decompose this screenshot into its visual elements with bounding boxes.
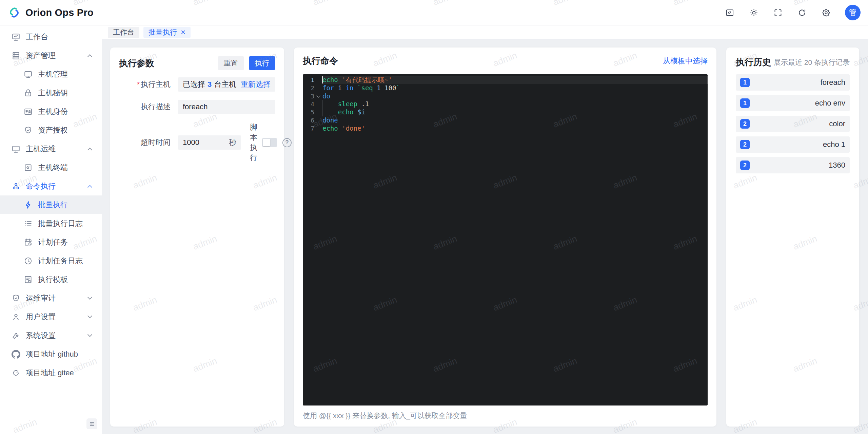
timeout-input[interactable] [183, 138, 229, 147]
host-label: *执行主机 [119, 79, 171, 90]
tab-close-icon[interactable]: × [181, 28, 185, 36]
history-item[interactable]: 2echo 1 [736, 136, 850, 153]
sidebar-item-label: 资产管理 [26, 51, 56, 61]
refresh-icon[interactable] [797, 7, 807, 18]
sidebar-item-github[interactable]: 项目地址 github [0, 345, 102, 363]
log-icon [24, 219, 33, 228]
code-text: for i in `seq 1 100` [322, 84, 708, 92]
exec-icon [12, 182, 20, 191]
settings-icon[interactable] [821, 7, 831, 18]
code-line: 1echo '有代码提示哦~' [303, 76, 708, 84]
help-icon[interactable]: ? [282, 138, 292, 147]
history-item-name: echo env [815, 99, 845, 108]
identity-icon [24, 107, 33, 116]
timeout-unit: 秒 [229, 137, 236, 148]
sidebar-item-gitee[interactable]: 项目地址 gitee [0, 363, 102, 382]
reselect-link[interactable]: 重新选择 [241, 79, 271, 90]
fold-gutter [314, 100, 322, 108]
script-exec-label: 脚本执行 [250, 122, 257, 163]
sidebar-item-schedule-task-log[interactable]: 计划任务日志 [0, 251, 102, 270]
sidebar-item-label: 系统设置 [26, 331, 56, 341]
logo-icon [7, 6, 21, 19]
fold-gutter [314, 84, 322, 92]
host-count-badge: 1 [740, 78, 750, 87]
sidebar-item-host-mgmt[interactable]: 主机管理 [0, 65, 102, 83]
sidebar-item-host-key[interactable]: 主机秘钥 [0, 83, 102, 102]
sidebar-item-label: 批量执行 [38, 200, 68, 210]
sidebar-item-batch-exec[interactable]: 批量执行 [0, 195, 102, 214]
sidebar-item-label: 用户设置 [26, 312, 56, 322]
avatar[interactable]: 管 [845, 5, 861, 20]
sidebar-item-asset-grant[interactable]: 资产授权 [0, 121, 102, 139]
chevron-up-icon [87, 54, 92, 59]
sidebar-item-system-settings[interactable]: 系统设置 [0, 326, 102, 345]
batch-icon [24, 201, 33, 209]
sidebar-item-ops-audit[interactable]: 运维审计 [0, 289, 102, 307]
fold-chevron-icon[interactable] [314, 92, 322, 100]
sidebar-item-label: 主机秘钥 [38, 88, 68, 98]
sidebar-item-workbench[interactable]: 工作台 [0, 27, 102, 46]
code-text: do [322, 92, 708, 100]
sidebar-item-asset-mgmt[interactable]: 资产管理 [0, 46, 102, 65]
code-window-icon[interactable] [725, 7, 735, 18]
code-editor[interactable]: 1echo '有代码提示哦~'2for i in `seq 1 100`3do4… [303, 74, 708, 405]
toggle-knob [263, 139, 270, 146]
line-number: 3 [303, 92, 314, 100]
sidebar-item-host-ops[interactable]: 主机运维 [0, 139, 102, 158]
sidebar-item-label: 工作台 [26, 32, 48, 42]
host-icon [24, 70, 33, 79]
desc-label: 执行描述 [119, 102, 171, 112]
tab-batch-exec[interactable]: 批量执行 × [143, 27, 191, 38]
sidebar-item-host-identity[interactable]: 主机身份 [0, 102, 102, 121]
timeout-label: 超时时间 [119, 137, 171, 148]
sidebar-item-batch-exec-log[interactable]: 批量执行日志 [0, 214, 102, 233]
code-text: echo 'done' [322, 125, 708, 133]
sidebar-item-exec-template[interactable]: 执行模板 [0, 270, 102, 289]
history-item[interactable]: 21360 [736, 157, 850, 173]
history-icon [24, 257, 33, 265]
history-panel: 执行历史 展示最近 20 条执行记录 1foreach1echo env2col… [726, 48, 859, 427]
sidebar-item-user-settings[interactable]: 用户设置 [0, 307, 102, 326]
sidebar: 工作台资产管理主机管理主机秘钥主机身份资产授权主机运维主机终端命令执行批量执行批… [0, 25, 102, 434]
sidebar-item-label: 主机终端 [38, 163, 68, 173]
script-exec-toggle[interactable] [262, 138, 277, 147]
sidebar-item-command-exec[interactable]: 命令执行 [0, 177, 102, 195]
sidebar-item-label: 主机运维 [26, 144, 56, 154]
lock-icon [24, 89, 33, 97]
theme-icon[interactable] [749, 7, 759, 18]
params-panel-title: 执行参数 [119, 57, 154, 69]
sidebar-item-label: 项目地址 gitee [26, 368, 74, 378]
sidebar-collapse-button[interactable] [86, 418, 97, 429]
line-number: 5 [303, 108, 314, 116]
select-from-template-link[interactable]: 从模板中选择 [663, 56, 708, 66]
desc-input[interactable] [183, 102, 271, 111]
host-select-field[interactable]: 已选择 3 台主机 重新选择 [178, 77, 275, 92]
app-title: Orion Ops Pro [25, 7, 94, 18]
shield-icon [24, 126, 33, 135]
host-count-badge: 2 [740, 119, 750, 129]
code-line: 5 echo $i [303, 108, 708, 116]
timeout-row: 超时时间 秒 脚本执行 ? [119, 122, 275, 163]
sidebar-item-label: 批量执行日志 [38, 219, 83, 229]
fullscreen-icon[interactable] [773, 7, 783, 18]
host-value-suffix: 台主机 [214, 79, 236, 90]
history-list: 1foreach1echo env2color2echo 121360 [736, 74, 850, 173]
host-icon [12, 145, 20, 153]
sidebar-item-host-terminal[interactable]: 主机终端 [0, 158, 102, 177]
sidebar-item-schedule-task[interactable]: 计划任务 [0, 233, 102, 251]
shield-icon [12, 294, 20, 303]
tab-workbench[interactable]: 工作台 [108, 27, 139, 38]
execute-button[interactable]: 执行 [249, 56, 275, 70]
history-item[interactable]: 1foreach [736, 74, 850, 91]
history-item[interactable]: 1echo env [736, 95, 850, 111]
chevron-up-icon [87, 148, 92, 152]
line-number: 6 [303, 116, 314, 125]
fold-gutter [314, 76, 322, 84]
params-panel: 执行参数 重置 执行 *执行主机 已选择 3 台主机 重新选择 执行描述 超时时… [110, 48, 284, 427]
editor-hint: 使用 @{{ xxx }} 来替换参数, 输入_可以获取全部变量 [303, 411, 708, 420]
reset-button[interactable]: 重置 [218, 56, 244, 70]
host-count-badge: 1 [740, 98, 750, 108]
sidebar-item-label: 计划任务 [38, 237, 68, 247]
history-item[interactable]: 2color [736, 116, 850, 132]
history-item-name: color [829, 119, 845, 128]
